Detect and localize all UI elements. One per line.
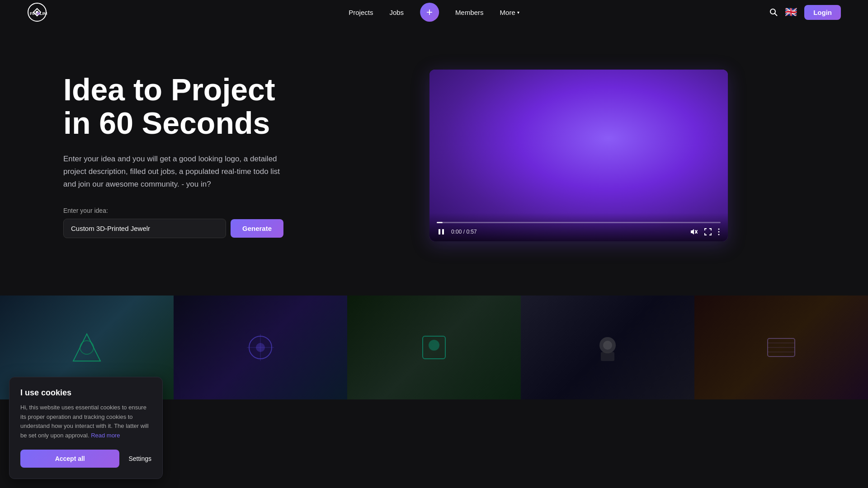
video-progress-bar[interactable] [437, 222, 721, 223]
cookie-read-more-link[interactable]: Read more [91, 432, 120, 439]
svg-point-13 [718, 234, 720, 235]
svg-point-15 [80, 341, 94, 354]
svg-point-11 [718, 229, 720, 230]
search-button[interactable] [769, 8, 778, 16]
hero-left: Idea to Project in 60 Seconds Enter your… [63, 73, 326, 239]
hero-right: 0:00 / 0:57 [353, 70, 805, 241]
plus-button[interactable]: + [420, 3, 439, 22]
hero-section: Idea to Project in 60 Seconds Enter your… [0, 24, 868, 286]
nav-members[interactable]: Members [455, 9, 484, 16]
navbar: FIND N LINK Projects Jobs + Members More… [0, 0, 868, 24]
video-time: 0:00 / 0:57 [451, 229, 477, 235]
svg-rect-8 [442, 229, 444, 235]
video-pause-button[interactable] [437, 227, 446, 236]
chevron-down-icon: ▾ [517, 10, 519, 15]
thumbnail-4[interactable] [521, 296, 694, 399]
language-flag[interactable]: 🇬🇧 [785, 6, 797, 18]
more-label: More [500, 9, 515, 16]
hero-title: Idea to Project in 60 Seconds [63, 73, 326, 141]
thumbnail-5[interactable] [694, 296, 868, 399]
svg-rect-7 [439, 229, 440, 235]
thumbnail-3[interactable] [347, 296, 521, 399]
video-controls-right [689, 227, 721, 237]
navbar-left: FIND N LINK [27, 2, 47, 22]
video-time-total: 0:57 [466, 229, 476, 235]
hero-title-line1: Idea to Project [63, 72, 275, 107]
idea-label: Enter your idea: [63, 207, 326, 214]
idea-input-row: Generate [63, 219, 326, 238]
svg-point-24 [603, 341, 612, 350]
idea-input[interactable] [63, 219, 226, 238]
cookie-description: Hi, this website uses essential cookies … [20, 403, 151, 441]
svg-point-12 [718, 231, 720, 233]
hero-title-line2: in 60 Seconds [63, 106, 270, 140]
thumbnail-2[interactable] [174, 296, 347, 399]
accept-all-button[interactable]: Accept all [20, 450, 119, 468]
svg-text:LINK: LINK [40, 11, 47, 16]
nav-jobs[interactable]: Jobs [389, 9, 404, 16]
video-mute-button[interactable] [689, 227, 699, 237]
cookie-settings-link[interactable]: Settings [128, 455, 151, 462]
video-time-current: 0:00 [451, 229, 462, 235]
video-player: 0:00 / 0:57 [429, 70, 728, 241]
svg-point-21 [429, 340, 439, 351]
navbar-right: 🇬🇧 Login [769, 5, 841, 20]
svg-marker-14 [73, 334, 100, 361]
video-controls: 0:00 / 0:57 [429, 213, 728, 241]
logo[interactable]: FIND N LINK [27, 2, 47, 22]
video-more-button[interactable] [717, 227, 721, 236]
nav-more-dropdown[interactable]: More ▾ [500, 9, 519, 16]
nav-projects[interactable]: Projects [349, 9, 373, 16]
generate-button[interactable]: Generate [231, 219, 283, 238]
cookie-title: I use cookies [20, 388, 151, 398]
video-progress-fill [437, 222, 443, 223]
nav-center: Projects Jobs + Members More ▾ [349, 3, 519, 22]
hero-subtitle: Enter your idea and you will get a good … [63, 153, 280, 191]
video-controls-row: 0:00 / 0:57 [437, 227, 721, 237]
svg-line-6 [775, 14, 777, 16]
svg-rect-23 [601, 352, 614, 361]
video-fullscreen-button[interactable] [703, 227, 712, 236]
cookie-banner: I use cookies Hi, this website uses esse… [9, 377, 163, 479]
video-controls-left: 0:00 / 0:57 [437, 227, 477, 236]
login-button[interactable]: Login [804, 5, 841, 20]
cookie-actions: Accept all Settings [20, 450, 151, 468]
